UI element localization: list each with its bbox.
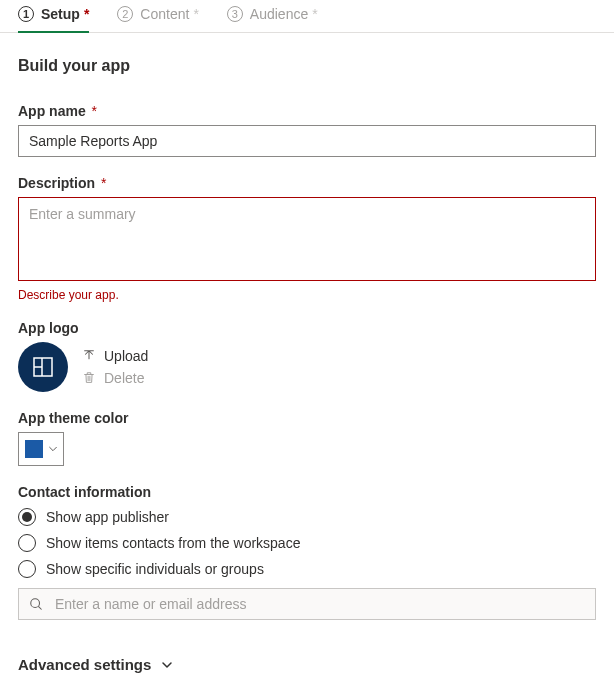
required-mark: * xyxy=(92,103,97,119)
theme-color-field: App theme color xyxy=(18,410,596,466)
search-icon xyxy=(29,597,43,611)
step-number: 1 xyxy=(18,6,34,22)
contact-option-workspace[interactable]: Show items contacts from the workspace xyxy=(18,534,596,552)
theme-color-label: App theme color xyxy=(18,410,596,426)
description-field: Description * Describe your app. xyxy=(18,175,596,302)
required-mark: * xyxy=(84,6,89,22)
required-mark: * xyxy=(312,6,317,22)
app-logo-icon xyxy=(31,355,55,379)
wizard-tabs: 1 Setup* 2 Content* 3 Audience* xyxy=(0,0,614,33)
trash-icon xyxy=(82,371,96,385)
contact-info-label: Contact information xyxy=(18,484,596,500)
contact-search-box[interactable] xyxy=(18,588,596,620)
app-logo-field: App logo Upload xyxy=(18,320,596,392)
contact-info-field: Contact information Show app publisher S… xyxy=(18,484,596,620)
step-number: 2 xyxy=(117,6,133,22)
theme-color-picker[interactable] xyxy=(18,432,64,466)
radio-icon xyxy=(18,534,36,552)
app-logo-label: App logo xyxy=(18,320,596,336)
step-number: 3 xyxy=(227,6,243,22)
tab-content[interactable]: 2 Content* xyxy=(117,0,199,32)
tab-setup[interactable]: 1 Setup* xyxy=(18,0,89,32)
radio-label: Show specific individuals or groups xyxy=(46,561,264,577)
app-logo-preview xyxy=(18,342,68,392)
description-input[interactable] xyxy=(18,197,596,281)
description-error: Describe your app. xyxy=(18,288,596,302)
advanced-settings-toggle[interactable]: Advanced settings xyxy=(18,656,596,673)
color-swatch xyxy=(25,440,43,458)
contact-search-input[interactable] xyxy=(53,595,585,613)
setup-form: Build your app App name * Description * … xyxy=(0,33,614,699)
delete-logo-button[interactable]: Delete xyxy=(82,370,148,386)
contact-option-specific[interactable]: Show specific individuals or groups xyxy=(18,560,596,578)
tab-label: Content xyxy=(140,6,189,22)
chevron-down-icon xyxy=(48,444,58,454)
contact-radio-group: Show app publisher Show items contacts f… xyxy=(18,508,596,578)
app-name-input[interactable] xyxy=(18,125,596,157)
chevron-down-icon xyxy=(161,659,173,671)
radio-icon xyxy=(18,560,36,578)
app-name-label: App name * xyxy=(18,103,596,119)
svg-line-4 xyxy=(39,607,42,610)
upload-logo-button[interactable]: Upload xyxy=(82,348,148,364)
radio-label: Show items contacts from the workspace xyxy=(46,535,300,551)
radio-icon xyxy=(18,508,36,526)
radio-label: Show app publisher xyxy=(46,509,169,525)
app-name-field: App name * xyxy=(18,103,596,157)
tab-label: Setup xyxy=(41,6,80,22)
contact-option-publisher[interactable]: Show app publisher xyxy=(18,508,596,526)
tab-label: Audience xyxy=(250,6,308,22)
upload-icon xyxy=(82,349,96,363)
description-label: Description * xyxy=(18,175,596,191)
required-mark: * xyxy=(193,6,198,22)
required-mark: * xyxy=(101,175,106,191)
svg-point-3 xyxy=(31,599,40,608)
tab-audience[interactable]: 3 Audience* xyxy=(227,0,318,32)
page-title: Build your app xyxy=(18,57,596,75)
